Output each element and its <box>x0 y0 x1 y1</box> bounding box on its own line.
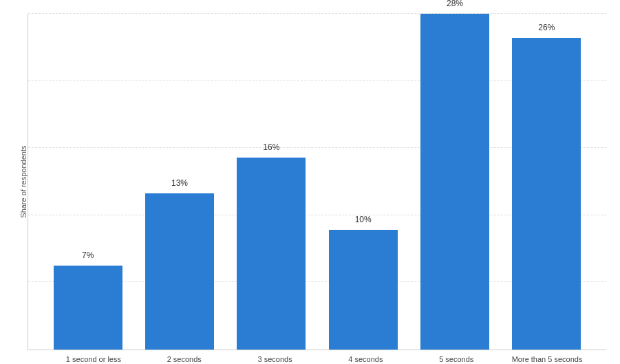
bar-group: 7% <box>42 14 133 350</box>
bar-4: 10% <box>329 230 398 350</box>
x-axis-label: 3 seconds <box>230 354 321 364</box>
bar-value-label: 7% <box>82 250 94 260</box>
bar-group: 10% <box>317 14 409 350</box>
bar-2: 13% <box>145 193 214 349</box>
x-axis-label: More than 5 seconds <box>502 354 592 364</box>
bar-3: 16% <box>237 158 306 350</box>
chart-inner: 7%13%16%10%28%26% <box>28 14 606 350</box>
chart-area: Share of respondents 7%13%16%10%28%26% <box>14 14 606 350</box>
bar-group: 26% <box>501 14 592 350</box>
x-axis-label: 5 seconds <box>411 354 502 364</box>
x-labels: 1 second or less2 seconds3 seconds4 seco… <box>34 350 606 364</box>
bar-group: 13% <box>133 14 225 350</box>
x-axis-label: 4 seconds <box>320 354 411 364</box>
bar-value-label: 26% <box>538 23 555 32</box>
x-axis-label: 1 second or less <box>48 354 139 364</box>
bar-group: 16% <box>226 14 317 350</box>
bars-wrapper: 7%13%16%10%28%26% <box>28 14 606 350</box>
bar-group: 28% <box>409 14 500 350</box>
bar-value-label: 10% <box>355 215 372 224</box>
y-axis-label: Share of respondents <box>14 14 28 350</box>
bar-6: 26% <box>512 38 581 350</box>
x-axis-label: 2 seconds <box>139 354 230 364</box>
bar-value-label: 28% <box>447 0 463 8</box>
bar-1: 7% <box>54 266 122 350</box>
bar-5: 28% <box>420 14 489 350</box>
bar-value-label: 16% <box>263 142 279 152</box>
chart-container: Share of respondents 7%13%16%10%28%26% 1… <box>0 0 620 364</box>
bar-value-label: 13% <box>171 178 188 188</box>
grid-and-bars: 7%13%16%10%28%26% <box>28 14 606 350</box>
